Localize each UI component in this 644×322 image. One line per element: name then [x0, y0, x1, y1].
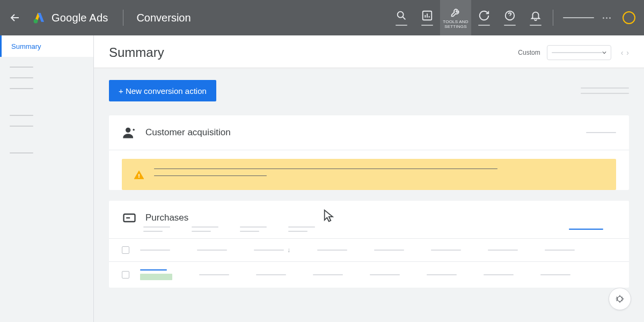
- account-placeholder[interactable]: [563, 17, 594, 18]
- avatar[interactable]: [623, 11, 635, 24]
- account-dots: [603, 17, 611, 19]
- card-title: Purchases: [145, 213, 188, 223]
- cell: [256, 274, 286, 275]
- person-add-icon: [122, 125, 137, 140]
- reports-icon[interactable]: [414, 0, 440, 35]
- warning-icon: [134, 170, 144, 180]
- date-range-select[interactable]: [547, 45, 611, 60]
- back-arrow-icon[interactable]: [9, 11, 21, 24]
- feedback-fab[interactable]: [609, 288, 631, 310]
- sidebar-item-summary[interactable]: Summary: [0, 35, 93, 57]
- sidebar-item-placeholder[interactable]: [10, 115, 33, 116]
- column-header[interactable]: [317, 250, 347, 251]
- card-purchases: Purchases ↓: [109, 201, 629, 288]
- table-header-row: ↓: [109, 238, 629, 261]
- date-range-label: Custom: [518, 49, 540, 56]
- topbar-right: TOOLS AND SETTINGS: [389, 0, 635, 35]
- bug-icon: [614, 293, 626, 305]
- column-header[interactable]: [140, 250, 170, 251]
- google-ads-logo-icon: [32, 11, 46, 25]
- card-title: Customer acquisition: [145, 127, 231, 138]
- page-title: Summary: [109, 45, 164, 60]
- svg-point-0: [34, 19, 38, 24]
- content: + New conversion action Customer acquisi…: [94, 68, 644, 322]
- chevron-down-icon: [602, 50, 606, 55]
- cell: [140, 269, 172, 280]
- sort-down-icon: ↓: [287, 246, 290, 254]
- main-header: Summary Custom ‹ ›: [94, 35, 644, 68]
- status-chip: [140, 274, 172, 280]
- content-top-right-placeholder: [581, 87, 629, 94]
- section-title: Conversion: [136, 12, 191, 24]
- sidebar-item-placeholder[interactable]: [10, 67, 33, 68]
- notifications-icon[interactable]: [523, 0, 548, 35]
- new-conversion-action-button[interactable]: + New conversion action: [109, 80, 216, 101]
- sidebar-item-placeholder[interactable]: [10, 152, 33, 153]
- cell: [540, 274, 570, 275]
- svg-point-1: [398, 12, 404, 18]
- sidebar: Summary: [0, 35, 94, 322]
- column-header[interactable]: [545, 250, 575, 251]
- cell: [427, 274, 457, 275]
- cell: [199, 274, 229, 275]
- column-header[interactable]: [374, 250, 404, 251]
- card-icon: [122, 210, 137, 225]
- date-pager: ‹ ›: [621, 48, 629, 57]
- help-icon[interactable]: [497, 0, 523, 35]
- next-icon[interactable]: ›: [626, 48, 629, 57]
- divider: [553, 10, 553, 26]
- search-icon[interactable]: [389, 0, 414, 35]
- table-row[interactable]: [109, 261, 629, 288]
- refresh-icon[interactable]: [471, 0, 497, 35]
- tools-label: TOOLS AND SETTINGS: [440, 19, 471, 29]
- logo[interactable]: Google Ads: [32, 11, 108, 25]
- cell: [313, 274, 343, 275]
- column-header[interactable]: [197, 250, 227, 251]
- select-all-checkbox[interactable]: [122, 246, 129, 254]
- alert-text-placeholder: [154, 169, 604, 176]
- cell: [370, 274, 400, 275]
- column-header[interactable]: [431, 250, 461, 251]
- topbar: Google Ads Conversion TOOLS AND SETTINGS: [0, 0, 644, 35]
- divider: [123, 10, 123, 26]
- column-header-sorted[interactable]: ↓: [254, 246, 290, 254]
- tools-settings-icon[interactable]: TOOLS AND SETTINGS: [440, 0, 471, 35]
- sidebar-item-placeholder[interactable]: [10, 77, 33, 78]
- main: Summary Custom ‹ › + New conversion acti…: [94, 35, 644, 322]
- warning-alert: [122, 159, 616, 190]
- purchases-stats: [109, 226, 629, 238]
- app-name: Google Ads: [52, 12, 108, 24]
- column-header[interactable]: [488, 250, 518, 251]
- row-checkbox[interactable]: [122, 271, 129, 279]
- svg-point-4: [126, 128, 130, 133]
- card-customer-acquisition: Customer acquisition: [109, 115, 629, 190]
- purchases-link[interactable]: [569, 229, 603, 230]
- prev-icon[interactable]: ‹: [621, 48, 624, 57]
- cell: [484, 274, 514, 275]
